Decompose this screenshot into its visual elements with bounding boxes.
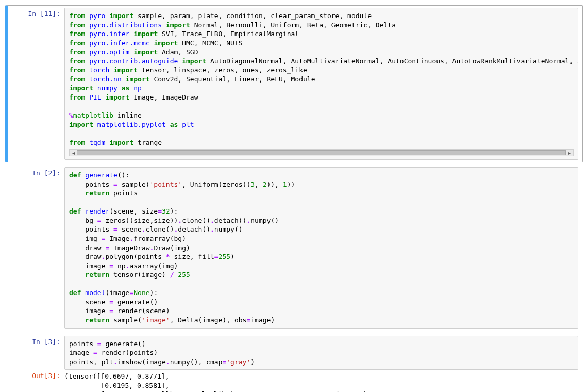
horizontal-scrollbar[interactable]: ◂▸ bbox=[69, 149, 574, 156]
input-prompt: In [3]: bbox=[8, 336, 64, 349]
output-text: (tensor([[0.6697, 0.8771], [0.0195, 0.85… bbox=[64, 372, 574, 392]
cell-input-row: In [11]:from pyro import sample, param, … bbox=[8, 8, 582, 160]
code-content[interactable]: def generate(): points = sample('points'… bbox=[69, 171, 574, 324]
cell-input-row: In [3]:points = generate() image = rende… bbox=[8, 336, 582, 370]
code-cell[interactable]: In [3]:points = generate() image = rende… bbox=[5, 333, 583, 393]
input-prompt: In [2]: bbox=[8, 167, 64, 180]
output-prompt: Out[3]: bbox=[8, 370, 64, 383]
output-area: (tensor([[0.6697, 0.8771], [0.0195, 0.85… bbox=[64, 370, 578, 392]
scrollbar-thumb[interactable] bbox=[77, 150, 566, 155]
code-input-area[interactable]: from pyro import sample, param, plate, c… bbox=[64, 8, 578, 160]
code-input-area[interactable]: def generate(): points = sample('points'… bbox=[64, 167, 578, 328]
scroll-arrow-left-icon[interactable]: ◂ bbox=[70, 150, 77, 156]
input-prompt: In [11]: bbox=[8, 8, 64, 21]
code-cell[interactable]: In [11]:from pyro import sample, param, … bbox=[5, 5, 583, 162]
code-cell[interactable]: In [2]:def generate(): points = sample('… bbox=[5, 165, 583, 331]
scroll-arrow-right-icon[interactable]: ▸ bbox=[566, 150, 573, 156]
cell-input-row: In [2]:def generate(): points = sample('… bbox=[8, 167, 582, 328]
cell-output-row: Out[3]:(tensor([[0.6697, 0.8771], [0.019… bbox=[8, 370, 582, 392]
code-content[interactable]: from pyro import sample, param, plate, c… bbox=[69, 11, 574, 147]
code-content[interactable]: points = generate() image = render(point… bbox=[69, 339, 574, 367]
code-input-area[interactable]: points = generate() image = render(point… bbox=[64, 336, 578, 370]
notebook-container: In [11]:from pyro import sample, param, … bbox=[0, 0, 588, 392]
